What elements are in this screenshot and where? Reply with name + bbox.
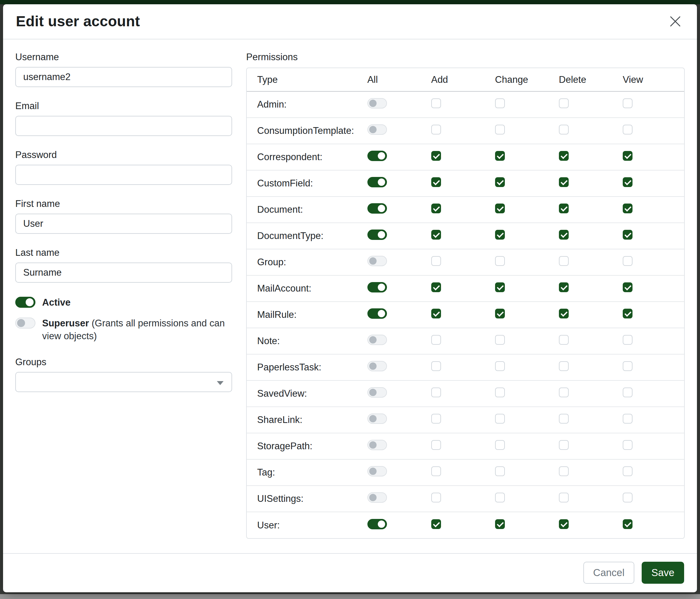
permission-view-checkbox[interactable] <box>623 335 632 345</box>
permission-add-checkbox[interactable] <box>431 151 441 161</box>
permission-delete-checkbox[interactable] <box>559 414 569 424</box>
permission-add-checkbox[interactable] <box>431 125 441 135</box>
permission-view-checkbox[interactable] <box>623 151 632 161</box>
permission-all-toggle[interactable] <box>368 124 387 135</box>
permission-change-checkbox[interactable] <box>495 414 505 424</box>
permission-all-toggle[interactable] <box>368 151 387 161</box>
permission-all-toggle[interactable] <box>368 230 387 240</box>
permission-change-checkbox[interactable] <box>495 125 505 135</box>
permission-add-checkbox[interactable] <box>431 282 441 292</box>
column-header-add: Add <box>429 68 493 91</box>
permission-add-checkbox[interactable] <box>431 98 441 108</box>
permission-add-checkbox[interactable] <box>431 440 441 450</box>
last-name-input[interactable] <box>15 263 232 283</box>
cancel-button[interactable]: Cancel <box>583 562 634 584</box>
permission-change-checkbox[interactable] <box>495 309 505 318</box>
permission-all-toggle[interactable] <box>368 256 387 266</box>
save-button[interactable]: Save <box>642 562 684 584</box>
permission-change-checkbox[interactable] <box>495 203 505 213</box>
permission-delete-checkbox[interactable] <box>559 335 569 345</box>
permission-change-checkbox[interactable] <box>495 493 505 502</box>
permission-all-toggle[interactable] <box>368 98 387 109</box>
permission-delete-checkbox[interactable] <box>559 387 569 397</box>
permission-delete-checkbox[interactable] <box>559 282 569 292</box>
permission-delete-checkbox[interactable] <box>559 440 569 450</box>
first-name-input[interactable] <box>15 214 232 234</box>
permission-view-checkbox[interactable] <box>623 203 632 213</box>
permission-all-toggle[interactable] <box>368 440 387 450</box>
permission-view-checkbox[interactable] <box>623 98 632 108</box>
password-input[interactable] <box>15 165 232 185</box>
close-button[interactable] <box>667 13 683 30</box>
permission-all-toggle[interactable] <box>368 387 387 398</box>
column-header-view: View <box>620 68 684 91</box>
permission-view-checkbox[interactable] <box>623 361 632 371</box>
permission-delete-checkbox[interactable] <box>559 256 569 266</box>
permission-change-checkbox[interactable] <box>495 519 505 529</box>
permission-add-checkbox[interactable] <box>431 519 441 529</box>
permission-delete-checkbox[interactable] <box>559 230 569 240</box>
permission-view-checkbox[interactable] <box>623 230 632 240</box>
permission-change-checkbox[interactable] <box>495 387 505 397</box>
toggle-knob <box>369 126 377 133</box>
permission-add-checkbox[interactable] <box>431 466 441 476</box>
email-input[interactable] <box>15 116 232 136</box>
permission-all-toggle[interactable] <box>368 308 387 319</box>
permission-view-checkbox[interactable] <box>623 466 632 476</box>
permission-all-toggle[interactable] <box>368 335 387 345</box>
permission-change-checkbox[interactable] <box>495 151 505 161</box>
permission-add-checkbox[interactable] <box>431 256 441 266</box>
permission-change-checkbox[interactable] <box>495 256 505 266</box>
permission-view-checkbox[interactable] <box>623 493 632 502</box>
permission-delete-checkbox[interactable] <box>559 519 569 529</box>
permission-row: MailAccount: <box>247 275 684 302</box>
permission-all-toggle[interactable] <box>368 282 387 292</box>
permission-delete-checkbox[interactable] <box>559 361 569 371</box>
permission-view-checkbox[interactable] <box>623 387 632 397</box>
permission-add-checkbox[interactable] <box>431 230 441 240</box>
permission-all-toggle[interactable] <box>368 466 387 476</box>
permission-change-checkbox[interactable] <box>495 98 505 108</box>
permission-view-checkbox[interactable] <box>623 125 632 135</box>
permission-delete-checkbox[interactable] <box>559 177 569 187</box>
permission-change-checkbox[interactable] <box>495 466 505 476</box>
permission-add-checkbox[interactable] <box>431 335 441 345</box>
groups-select[interactable] <box>15 372 232 392</box>
permission-delete-checkbox[interactable] <box>559 151 569 161</box>
permission-add-checkbox[interactable] <box>431 493 441 502</box>
superuser-toggle[interactable] <box>15 317 35 329</box>
permission-all-toggle[interactable] <box>368 519 387 529</box>
permission-add-checkbox[interactable] <box>431 177 441 187</box>
permission-add-checkbox[interactable] <box>431 387 441 397</box>
username-input[interactable] <box>15 67 232 87</box>
permission-view-checkbox[interactable] <box>623 519 632 529</box>
permission-delete-checkbox[interactable] <box>559 493 569 502</box>
permission-delete-checkbox[interactable] <box>559 203 569 213</box>
permission-view-checkbox[interactable] <box>623 282 632 292</box>
permission-all-toggle[interactable] <box>368 361 387 371</box>
permission-add-checkbox[interactable] <box>431 414 441 424</box>
permission-all-toggle[interactable] <box>368 413 387 424</box>
permission-add-checkbox[interactable] <box>431 309 441 318</box>
permission-all-toggle[interactable] <box>368 203 387 214</box>
permission-delete-checkbox[interactable] <box>559 309 569 318</box>
permission-delete-checkbox[interactable] <box>559 98 569 108</box>
permission-all-toggle[interactable] <box>368 492 387 503</box>
permission-change-checkbox[interactable] <box>495 335 505 345</box>
permission-view-checkbox[interactable] <box>623 177 632 187</box>
permission-all-toggle[interactable] <box>368 177 387 187</box>
active-toggle[interactable] <box>15 297 35 308</box>
permission-add-checkbox[interactable] <box>431 361 441 371</box>
permission-change-checkbox[interactable] <box>495 282 505 292</box>
permission-delete-checkbox[interactable] <box>559 466 569 476</box>
permission-view-checkbox[interactable] <box>623 414 632 424</box>
permission-add-checkbox[interactable] <box>431 203 441 213</box>
permission-change-checkbox[interactable] <box>495 440 505 450</box>
permission-view-checkbox[interactable] <box>623 440 632 450</box>
permission-change-checkbox[interactable] <box>495 230 505 240</box>
permission-view-checkbox[interactable] <box>623 309 632 318</box>
permission-change-checkbox[interactable] <box>495 177 505 187</box>
permission-delete-checkbox[interactable] <box>559 125 569 135</box>
permission-view-checkbox[interactable] <box>623 256 632 266</box>
permission-change-checkbox[interactable] <box>495 361 505 371</box>
